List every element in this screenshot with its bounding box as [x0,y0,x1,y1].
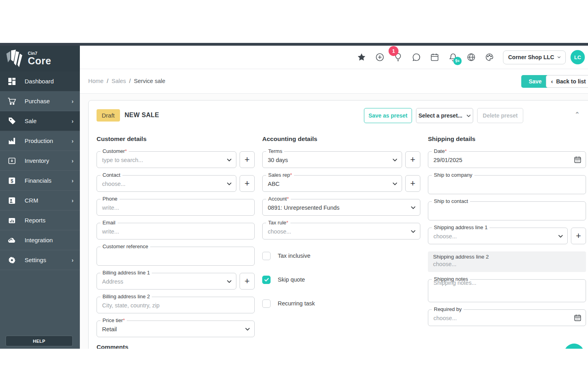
phone-input[interactable] [97,199,254,215]
recurring-task-checkbox[interactable]: Recurring task [262,299,420,308]
sidebar-item-sale[interactable]: Sale › [0,111,80,131]
add-contact-button[interactable]: + [240,175,255,192]
theme-palette-icon[interactable] [485,52,494,62]
shipping-address-2-field: Shipping address line 2 choose... [428,251,586,272]
sidebar-item-integration[interactable]: Integration [0,230,80,250]
save-as-preset-button[interactable]: Save as preset [364,108,412,123]
add-terms-button[interactable]: + [405,151,420,168]
sidebar-item-settings[interactable]: Settings › [0,250,80,270]
shipping-notes-field: Shipping notes [428,279,586,302]
chevron-right-icon: › [72,178,74,184]
sidebar: Cin7 Core Dashboard Purchase › Sale › [0,46,80,349]
phone-field: Phone [97,199,255,216]
chevron-right-icon: › [72,118,74,124]
email-field: Email [97,223,255,239]
top-bar: 1 9+ Corner Shop LLC LC [80,46,588,69]
lightbulb-icon[interactable]: 1 [393,52,403,62]
delete-preset-button[interactable]: Delete preset [477,108,523,123]
chevron-right-icon: › [72,257,74,263]
billing-address-1-field: Billing address line 1 [97,273,236,290]
save-button[interactable]: Save [521,75,549,88]
bell-icon[interactable]: 9+ [448,52,458,62]
cin7-logo-icon [4,50,25,68]
calendar-icon[interactable] [574,156,581,163]
calendar-icon[interactable] [574,314,581,321]
globe-icon[interactable] [466,52,476,62]
sales-rep-select[interactable] [263,176,402,191]
customer-reference-input[interactable] [97,247,254,265]
content-area: Draft NEW SALE Save as preset Select a p… [80,94,588,349]
checkbox-unchecked-icon [262,299,271,308]
gear-icon [7,255,17,265]
breadcrumb-current: Service sale [134,78,165,84]
billing-address-2-field: Billing address line 2 [97,297,255,313]
billing-address-2-input[interactable] [97,297,254,313]
page-title: NEW SALE [125,112,159,119]
ship-to-contact-input[interactable] [428,202,586,220]
customer-input[interactable] [97,152,236,168]
checkbox-checked-icon [262,276,271,284]
breadcrumb-sales[interactable]: Sales [112,78,126,84]
quick-add-icon[interactable] [375,52,385,62]
sidebar-item-dashboard[interactable]: Dashboard [0,71,80,91]
notification-badge: 1 [389,46,398,56]
section-title: Customer details [97,135,255,143]
shipping-details-section: Shipping details Date* Ship to company [428,135,586,344]
report-chart-icon [7,216,17,225]
ship-to-company-field: Ship to company [428,175,586,194]
sidebar-item-reports[interactable]: Reports [0,210,80,230]
add-billing-address-button[interactable]: + [240,273,255,290]
user-avatar[interactable]: LC [571,50,585,64]
chevron-right-icon: › [72,98,74,104]
breadcrumb-home[interactable]: Home [88,78,104,84]
breadcrumb-row: Home / Sales / Service sale Save ‹ Back … [80,69,588,94]
skip-quote-checkbox[interactable]: Skip quote [262,275,420,284]
terms-field: Terms [262,151,402,168]
logo[interactable]: Cin7 Core [0,46,80,71]
contact-input[interactable] [97,176,236,191]
shipping-address-1-input[interactable] [428,228,567,244]
status-badge: Draft [97,109,120,122]
sale-header: Draft NEW SALE Save as preset Select a p… [89,100,588,130]
favorites-star-icon[interactable] [357,52,366,62]
chat-icon[interactable] [412,52,421,62]
checkbox-unchecked-icon [262,252,271,260]
required-by-field: Required by [428,309,586,326]
help-button[interactable]: HELP [6,336,73,346]
section-title: Shipping details [428,135,586,143]
sales-rep-field: Sales rep* [262,175,402,192]
shipping-address-1-field: Shipping address line 1 [428,228,568,244]
shipping-notes-input[interactable] [428,280,586,302]
chevron-left-icon: ‹ [551,78,553,85]
tax-rule-select[interactable] [263,223,420,239]
add-customer-button[interactable]: + [240,151,255,168]
comments-section-title: Comments [97,344,128,349]
account-select[interactable] [263,199,420,215]
sidebar-item-production[interactable]: Production › [0,131,80,151]
chevron-right-icon: › [72,138,74,144]
back-to-list-button[interactable]: ‹ Back to list [546,75,588,88]
calendar-icon[interactable] [430,52,439,62]
date-input[interactable] [428,152,586,168]
price-tier-select[interactable] [97,321,254,337]
contact-field: Contact [97,175,236,192]
ship-to-company-input[interactable] [428,176,586,194]
billing-address-1-input[interactable] [97,273,236,289]
contact-card-icon [7,196,17,205]
tax-rule-field: Tax rule* [262,223,420,239]
sidebar-item-inventory[interactable]: Inventory › [0,151,80,171]
required-by-input[interactable] [428,310,586,326]
terms-select[interactable] [263,152,402,168]
select-preset-dropdown[interactable]: Select a preset... [416,108,473,123]
sidebar-item-financials[interactable]: $ Financials › [0,171,80,191]
sidebar-item-crm[interactable]: CRM › [0,191,80,210]
email-input[interactable] [97,223,254,239]
collapse-panel-icon[interactable]: ⌃ [574,111,580,118]
company-selector[interactable]: Corner Shop LLC [503,50,566,64]
chevron-down-icon [557,56,561,59]
sidebar-item-purchase[interactable]: Purchase › [0,91,80,111]
tax-inclusive-checkbox[interactable]: Tax inclusive [262,251,420,260]
add-shipping-address-button[interactable]: + [571,228,586,244]
customer-details-section: Customer details Customer* + Contact [97,135,255,344]
add-sales-rep-button[interactable]: + [405,175,420,192]
